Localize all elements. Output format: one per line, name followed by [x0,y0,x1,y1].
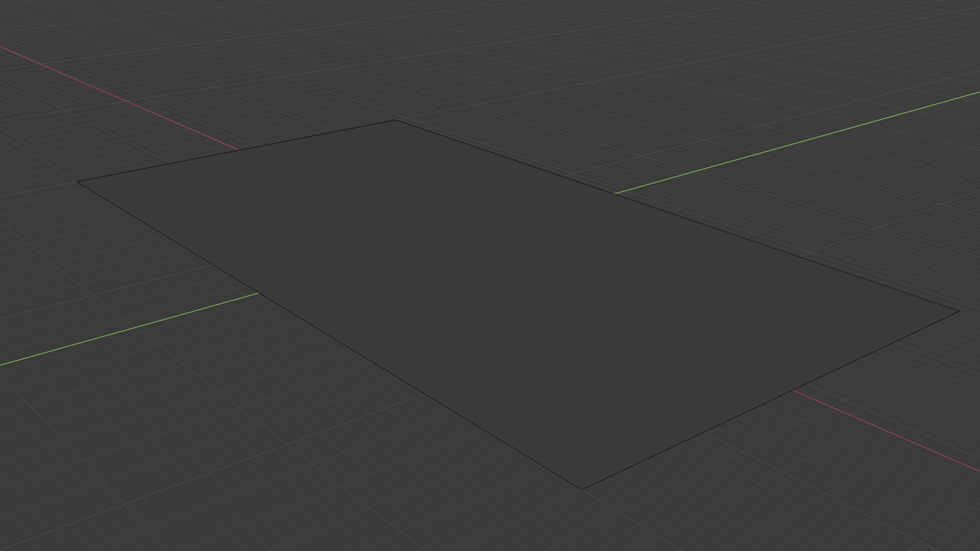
viewport-canvas[interactable] [0,0,980,551]
blender-3d-viewport[interactable] [0,0,980,551]
